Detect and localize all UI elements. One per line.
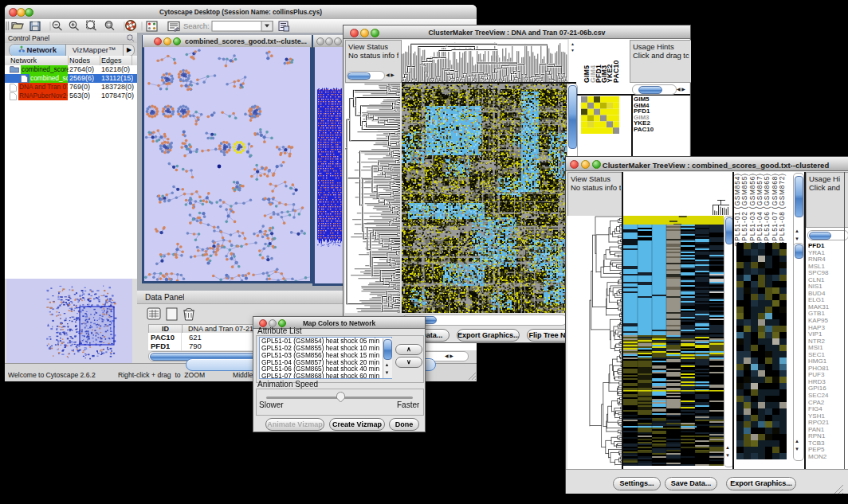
svg-text:Search:: Search:	[183, 21, 210, 30]
